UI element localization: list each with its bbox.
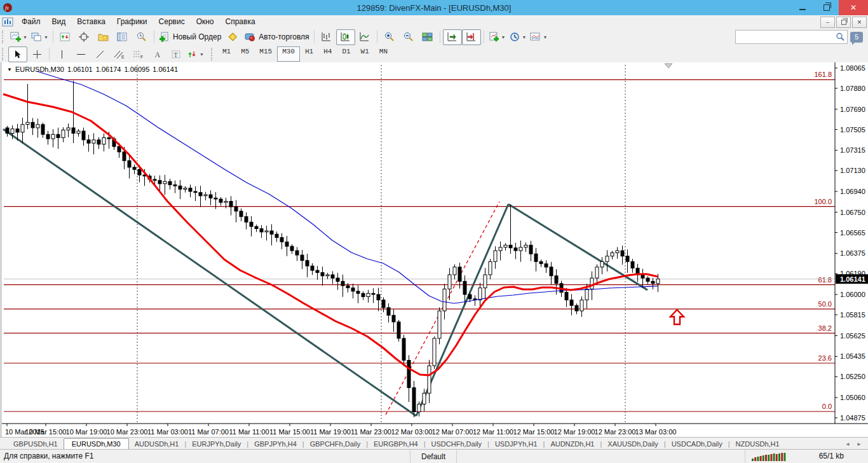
ohlc-close: 1.06141	[153, 66, 178, 73]
timeframe-M15[interactable]: M15	[254, 46, 277, 62]
fibonacci-icon: F	[133, 50, 144, 59]
toolbar-separator	[377, 31, 377, 43]
chart-tab[interactable]: USDCHFh,Daily	[426, 439, 487, 450]
svg-text:11 Mar 23:00: 11 Mar 23:00	[351, 428, 391, 436]
crosshair-tool-button[interactable]	[27, 46, 46, 62]
toolbar-grip[interactable]	[2, 48, 6, 60]
toolbar-separator	[154, 31, 154, 43]
line-chart-button[interactable]	[355, 29, 374, 45]
candles-chart-button[interactable]	[336, 29, 355, 45]
svg-text:10 Mar 19:00: 10 Mar 19:00	[66, 428, 107, 436]
chart-tab[interactable]: GBPJPYh,H4	[248, 439, 302, 450]
ohlc-high: 1.06174	[96, 66, 121, 73]
toolbar-separator	[440, 31, 440, 43]
vertical-line-tool-button[interactable]	[52, 46, 71, 62]
dropdown-caret: ▼	[200, 52, 204, 57]
restore-button[interactable]	[815, 0, 839, 15]
templates-button[interactable]: ▼	[528, 29, 549, 45]
trendline-tool-button[interactable]	[90, 46, 109, 62]
cursor-tool-button[interactable]	[8, 46, 27, 62]
clock-icon	[510, 32, 520, 42]
indicators-button[interactable]: ▼	[487, 29, 508, 45]
chart-tab[interactable]: NZDUSDh,H1	[730, 439, 785, 450]
new-order-button[interactable]: Новый Ордер	[157, 29, 223, 45]
text-tool-button[interactable]: A	[147, 46, 166, 62]
strategy-tester-button[interactable]	[132, 29, 151, 45]
menu-item-Окно[interactable]: Окно	[191, 16, 220, 27]
timeframe-H4[interactable]: H4	[318, 46, 337, 62]
data-window-button[interactable]	[75, 29, 94, 45]
timeframe-D1[interactable]: D1	[337, 46, 355, 62]
chart-tab[interactable]: AUDNZDh,H1	[545, 439, 600, 450]
chart-tab[interactable]: USDJPYh,H1	[489, 439, 543, 450]
indicators-icon	[489, 32, 499, 42]
line-chart-icon	[359, 32, 370, 42]
collapse-triangle-icon[interactable]: ▼	[7, 67, 12, 73]
new-chart-button[interactable]: ▼	[8, 29, 29, 45]
minimize-button[interactable]	[790, 0, 815, 15]
child-close-button[interactable]: ✕	[852, 17, 867, 28]
tile-windows-button[interactable]	[418, 29, 437, 45]
horizontal-line-tool-button[interactable]	[71, 46, 90, 62]
arrows-tool-button[interactable]: ▼	[186, 46, 206, 62]
svg-text:11 Mar 03:00: 11 Mar 03:00	[147, 428, 188, 436]
timeframe-W1[interactable]: W1	[356, 46, 374, 62]
chart-symbol-label: ▼ EURUSDh,M30 1.06101 1.06174 1.06095 1.…	[7, 66, 178, 73]
navigator-button[interactable]	[94, 29, 113, 45]
text-label-icon: T	[171, 50, 181, 59]
auto-scroll-button[interactable]	[443, 29, 462, 45]
metaeditor-button[interactable]	[223, 29, 242, 45]
zoom-in-button[interactable]	[380, 29, 399, 45]
menu-item-Графики[interactable]: Графики	[111, 16, 153, 27]
navigator-folder-star-icon	[98, 32, 109, 42]
zoom-out-button[interactable]	[399, 29, 418, 45]
chart-shift-button[interactable]	[462, 29, 481, 45]
chart-tab[interactable]: XAUUSDh,Daily	[602, 439, 663, 450]
chart-tab[interactable]: USDCADh,Daily	[666, 439, 728, 450]
child-minimize-button[interactable]: –	[820, 17, 835, 28]
timeframe-MN[interactable]: MN	[374, 46, 393, 62]
svg-text:1.07880: 1.07880	[840, 85, 865, 92]
timeframe-M1[interactable]: M1	[217, 46, 236, 62]
chart-tab[interactable]: EURJPYh,Daily	[186, 439, 247, 450]
svg-text:1.04875: 1.04875	[840, 414, 865, 422]
chart-canvas[interactable]: 161.8100.061.850.038.223.60.01.080651.07…	[2, 62, 868, 437]
child-restore-button[interactable]	[836, 17, 851, 28]
chart-tab[interactable]: GBPCHFh,Daily	[304, 439, 366, 450]
timeframe-M30[interactable]: M30	[277, 46, 300, 62]
text-label-tool-button[interactable]: T	[166, 46, 186, 62]
terminal-button[interactable]	[113, 29, 132, 45]
periods-button[interactable]: ▼	[508, 29, 529, 45]
chart-tab[interactable]: AUDUSDh,H1	[129, 439, 185, 450]
market-watch-button[interactable]	[56, 29, 75, 45]
menu-item-Сервис[interactable]: Сервис	[153, 16, 191, 27]
ohlc-low: 1.06095	[124, 66, 149, 73]
channel-tool-button[interactable]: E	[109, 46, 128, 62]
svg-text:1.08065: 1.08065	[840, 64, 865, 72]
profiles-button[interactable]: ▼	[29, 29, 50, 45]
autotrade-button[interactable]: Авто-торговля	[242, 29, 311, 45]
chart-tab[interactable]: EURGBPh,H4	[368, 439, 424, 450]
timeframe-M5[interactable]: M5	[236, 46, 254, 62]
tester-magnifier-icon	[136, 32, 147, 42]
timeframe-H1[interactable]: H1	[300, 46, 318, 62]
search-icon[interactable]	[835, 32, 845, 42]
text-icon: A	[153, 50, 162, 59]
chart-tab-bar: GBPUSDh,H1EURUSDh,M30AUDUSDh,H1|EURJPYh,…	[0, 437, 868, 450]
menu-item-Вид[interactable]: Вид	[46, 16, 72, 27]
menu-item-Справка[interactable]: Справка	[220, 16, 261, 27]
menu-item-Файл[interactable]: Файл	[16, 16, 46, 27]
notifications-badge[interactable]: 5	[850, 32, 863, 43]
svg-text:0.0: 0.0	[822, 403, 832, 410]
svg-text:1.05435: 1.05435	[840, 352, 865, 360]
toolbar-grip[interactable]	[2, 31, 6, 43]
fibonacci-tool-button[interactable]: F	[128, 46, 147, 62]
toolbar-grip[interactable]	[211, 48, 215, 60]
close-button[interactable]: ✕	[839, 0, 868, 15]
drawing-toolbar: E F A T ▼ M1M5M15M30H1H4D1W1MN	[0, 46, 868, 63]
search-input[interactable]	[735, 30, 848, 44]
chart-tab[interactable]: GBPUSDh,H1	[8, 439, 64, 450]
bars-chart-button[interactable]	[317, 29, 336, 45]
status-profile[interactable]: Default	[410, 450, 457, 463]
menu-item-Вставка[interactable]: Вставка	[71, 16, 111, 27]
